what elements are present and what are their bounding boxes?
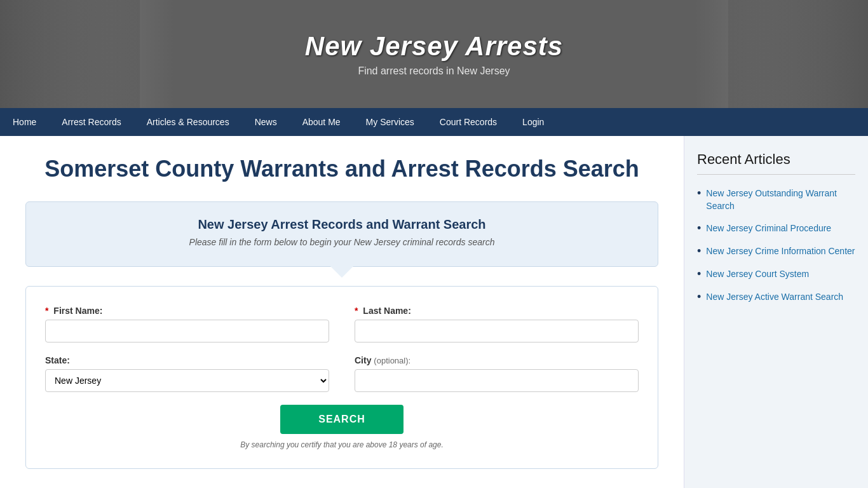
last-name-required-star: * (355, 306, 358, 316)
first-name-required-star: * (45, 306, 48, 316)
sidebar-article-item-5: New Jersey Active Warrant Search (697, 291, 855, 304)
header-banner: New Jersey Arrests Find arrest records i… (0, 0, 868, 108)
page-title: Somerset County Warrants and Arrest Reco… (25, 155, 658, 182)
city-label-text: City (355, 355, 371, 365)
state-select[interactable]: New Jersey (45, 369, 329, 392)
form-row-location: State: New Jersey City (optional): (45, 355, 639, 392)
last-name-label: * Last Name: (355, 306, 639, 316)
nav-home[interactable]: Home (0, 108, 49, 136)
sidebar-article-item-3: New Jersey Crime Information Center (697, 245, 855, 258)
hands-right-decoration (728, 0, 868, 108)
city-input[interactable] (355, 369, 639, 392)
form-group-first-name: * First Name: (45, 306, 329, 342)
sidebar-article-link-4[interactable]: New Jersey Court System (706, 268, 809, 281)
site-title: New Jersey Arrests (305, 31, 563, 62)
form-group-last-name: * Last Name: (355, 306, 639, 342)
sidebar-article-link-1[interactable]: New Jersey Outstanding Warrant Search (706, 187, 855, 212)
main-layout: Somerset County Warrants and Arrest Reco… (0, 136, 868, 488)
form-area: * First Name: * Last Name: State: (25, 286, 658, 469)
sidebar-article-link-5[interactable]: New Jersey Active Warrant Search (706, 291, 843, 304)
sidebar-article-item-2: New Jersey Criminal Procedure (697, 222, 855, 235)
nav-login[interactable]: Login (510, 108, 557, 136)
sidebar-articles-list: New Jersey Outstanding Warrant Search Ne… (697, 187, 855, 304)
city-optional-text: (optional): (374, 356, 410, 365)
sidebar-article-link-3[interactable]: New Jersey Crime Information Center (706, 245, 855, 258)
sidebar-title: Recent Articles (697, 151, 855, 175)
search-panel: New Jersey Arrest Records and Warrant Se… (25, 201, 658, 267)
city-label: City (optional): (355, 355, 639, 365)
content-area: Somerset County Warrants and Arrest Reco… (0, 136, 684, 488)
nav-arrest-records[interactable]: Arrest Records (49, 108, 133, 136)
main-nav: Home Arrest Records Articles & Resources… (0, 108, 868, 136)
nav-news[interactable]: News (242, 108, 290, 136)
form-disclaimer: By searching you certify that you are ab… (45, 440, 639, 449)
nav-about-me[interactable]: About Me (290, 108, 353, 136)
sidebar: Recent Articles New Jersey Outstanding W… (684, 136, 868, 488)
form-group-city: City (optional): (355, 355, 639, 392)
search-button[interactable]: SEARCH (280, 405, 403, 434)
sidebar-article-item-4: New Jersey Court System (697, 268, 855, 281)
hands-left-decoration (0, 0, 140, 108)
nav-court-records[interactable]: Court Records (427, 108, 510, 136)
last-name-label-text: Last Name: (363, 306, 410, 316)
state-label: State: (45, 355, 329, 365)
search-panel-subtitle: Please fill in the form below to begin y… (45, 237, 639, 247)
first-name-input[interactable] (45, 320, 329, 342)
first-name-label-text: First Name: (53, 306, 102, 316)
nav-my-services[interactable]: My Services (353, 108, 427, 136)
header-text: New Jersey Arrests Find arrest records i… (305, 31, 563, 77)
search-panel-title: New Jersey Arrest Records and Warrant Se… (45, 217, 639, 232)
last-name-input[interactable] (355, 320, 639, 342)
sidebar-article-link-2[interactable]: New Jersey Criminal Procedure (706, 222, 831, 235)
form-group-state: State: New Jersey (45, 355, 329, 392)
sidebar-article-item-1: New Jersey Outstanding Warrant Search (697, 187, 855, 212)
site-subtitle: Find arrest records in New Jersey (305, 65, 563, 77)
form-row-name: * First Name: * Last Name: (45, 306, 639, 342)
first-name-label: * First Name: (45, 306, 329, 316)
nav-articles-resources[interactable]: Articles & Resources (134, 108, 242, 136)
